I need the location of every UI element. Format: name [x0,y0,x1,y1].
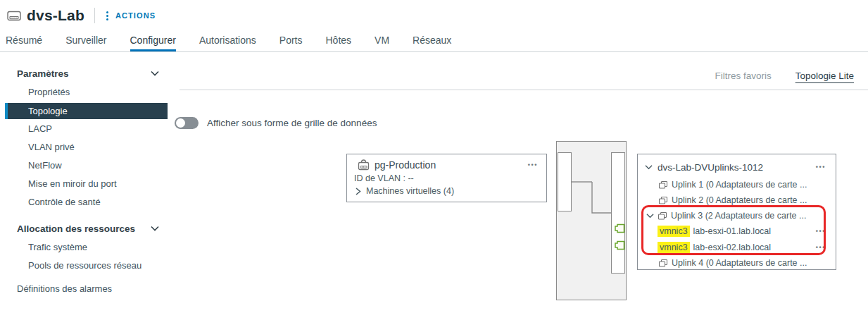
switch-topology-body [556,141,627,300]
vmnic-highlight: vmnic3 [658,242,690,253]
grid-view-toggle-label: Afficher sous forme de grille de données [207,118,377,128]
physical-nic-icon[interactable] [615,240,625,250]
settings-sidebar: Paramètres Propriétés Topologie LACP VLA… [0,52,175,313]
page-header: dvs-Lab ACTIONS [0,0,868,31]
vmnic-ellipsis-button[interactable]: ••• [816,228,826,234]
sidebar-item-trafic-systeme[interactable]: Trafic système [0,238,175,257]
grid-view-toggle-row: Afficher sous forme de grille de données [175,117,377,129]
sidebar-item-topologie[interactable]: Topologie [5,103,168,119]
host-label: lab-esxi-02.lab.local [693,243,816,252]
tab-autorisations[interactable]: Autorisations [199,31,256,51]
sidebar-item-vlan-prive[interactable]: VLAN privé [0,138,175,156]
favorite-filters-link[interactable]: Filtres favoris [715,70,771,81]
uplink1-label: Uplink 1 (0 Adaptateurs de carte ... [672,180,807,190]
sidebar-item-controle-sante[interactable]: Contrôle de santé [0,193,175,211]
vmnic-row[interactable]: vmnic3 lab-esxi-02.lab.local ••• [638,240,836,254]
host-label: lab-esxi-01.lab.local [693,226,816,236]
sidebar-item-pools-ressources[interactable]: Pools de ressources réseau [0,257,175,275]
sidebar-section-allocation[interactable]: Allocation des ressources [0,219,175,238]
chevron-down-icon[interactable] [645,164,653,170]
sidebar-item-proprietes[interactable]: Propriétés [0,83,175,102]
sidebar-item-mise-en-miroir[interactable]: Mise en miroir du port [0,175,175,193]
uplink4-label: Uplink 4 (0 Adaptateurs de carte ... [672,258,807,268]
uplink3-label: Uplink 3 (2 Adaptateurs de carte ... [671,211,806,221]
sidebar-section-label: Allocation des ressources [17,223,135,234]
content-divider [180,90,868,90]
uplink1-row[interactable]: Uplink 1 (0 Adaptateurs de carte ... [638,178,836,192]
topology-lite-link[interactable]: Topologie Lite [795,70,854,81]
tab-reseaux[interactable]: Réseaux [413,31,451,51]
portgroup-header: pg-Production ••• [347,154,546,171]
kebab-menu-icon[interactable] [106,11,108,20]
portgroup-ellipsis-button[interactable]: ••• [528,162,538,168]
virtual-machines-row[interactable]: Machines virtuelles (4) [347,183,546,196]
vmnic-row[interactable]: vmnic3 lab-esxi-01.lab.local ••• [638,224,836,238]
sidebar-item-definitions-alarmes[interactable]: Définitions des alarmes [0,279,175,298]
header-divider [94,8,95,23]
uplink4-row[interactable]: Uplink 4 (0 Adaptateurs de carte ... [638,256,836,270]
vmnic-highlight: vmnic3 [658,226,690,237]
chevron-down-icon [151,70,159,76]
dvs-lab-topology-page: dvs-Lab ACTIONS Résumé Surveiller Config… [0,0,868,313]
tab-ports[interactable]: Ports [279,31,303,51]
distributed-switch-icon [7,9,21,22]
uplinks-title: dvs-Lab-DVUplinks-1012 [658,162,816,173]
uplink-port-icon [659,259,667,267]
view-controls: Filtres favoris Topologie Lite [715,70,854,81]
portgroup-icon [358,159,370,171]
uplink-port-icon [659,181,667,189]
sidebar-section-parametres[interactable]: Paramètres [0,63,175,83]
uplinks-header[interactable]: dvs-Lab-DVUplinks-1012 ••• [638,160,836,174]
chevron-right-icon [354,188,362,195]
page-title: dvs-Lab [27,7,84,24]
uplink2-row[interactable]: Uplink 2 (0 Adaptateurs de carte ... [638,193,836,207]
tab-bar: Résumé Surveiller Configurer Autorisatio… [0,31,868,52]
sidebar-section-label: Paramètres [17,68,69,79]
tab-surveiller[interactable]: Surveiller [65,31,106,51]
virtual-machines-label: Machines virtuelles (4) [366,186,454,196]
sidebar-item-lacp[interactable]: LACP [0,120,175,138]
chevron-down-icon [151,226,159,231]
sidebar-item-netflow[interactable]: NetFlow [0,156,175,175]
portgroup-title: pg-Production [375,159,528,171]
uplink-port-icon [658,212,667,220]
uplink3-row[interactable]: Uplink 3 (2 Adaptateurs de carte ... [638,209,836,223]
vmnic-ellipsis-button[interactable]: ••• [816,245,826,250]
connection-step-lines [557,142,625,299]
chevron-down-icon[interactable] [646,213,654,219]
uplink-port-icon [659,197,667,204]
vlan-id-row: ID de VLAN : -- [347,171,546,183]
physical-nic-icon[interactable] [615,223,625,233]
tab-hotes[interactable]: Hôtes [326,31,352,51]
tab-vm[interactable]: VM [375,31,389,51]
tab-configurer[interactable]: Configurer [130,31,176,51]
uplinks-box: dvs-Lab-DVUplinks-1012 ••• Uplink 1 (0 A… [637,154,836,270]
actions-menu-button[interactable]: ACTIONS [115,11,156,20]
tab-resume[interactable]: Résumé [6,31,42,51]
portgroup-box: pg-Production ••• ID de VLAN : -- Machin… [346,154,547,202]
uplink2-label: Uplink 2 (0 Adaptateurs de carte ... [672,195,807,205]
uplinks-ellipsis-button[interactable]: ••• [816,164,826,170]
grid-view-toggle[interactable] [175,117,199,129]
